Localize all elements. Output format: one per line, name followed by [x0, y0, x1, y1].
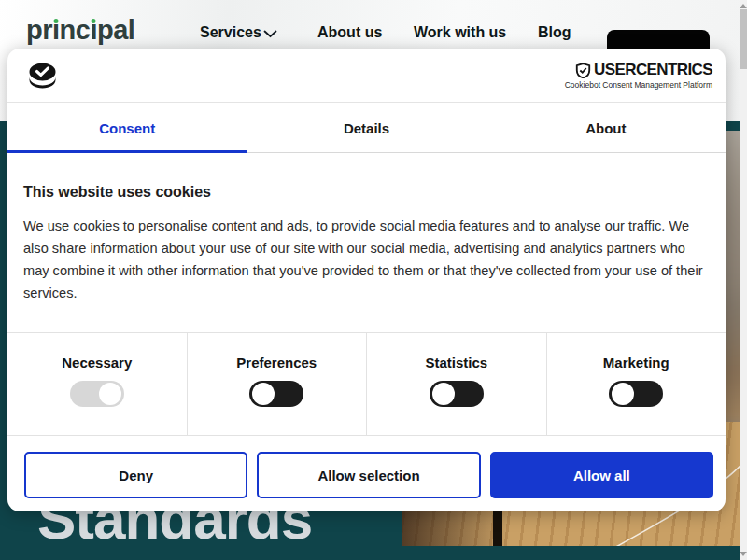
page: prıncıpal Services About us Work with us… — [0, 0, 747, 560]
consent-tab-content: This website uses cookies We use cookies… — [23, 184, 705, 304]
category-marketing: Marketing — [547, 333, 726, 435]
cookie-description: We use cookies to personalise content an… — [23, 215, 705, 304]
tab-consent[interactable]: Consent — [7, 104, 247, 152]
category-necessary: Necessary — [7, 333, 188, 435]
cookiebot-logo-icon — [28, 63, 57, 89]
consent-categories: Necessary Preferences Statistics Marketi… — [7, 332, 726, 436]
dialog-tabs: Consent Details About — [7, 104, 726, 153]
toggle-knob — [612, 383, 634, 405]
nav-item-blog[interactable]: Blog — [538, 24, 571, 41]
necessary-toggle[interactable] — [70, 381, 124, 407]
category-statistics: Statistics — [367, 333, 547, 435]
usercentrics-shield-icon — [575, 63, 591, 78]
scrollbar-up-arrow[interactable] — [740, 4, 747, 8]
usercentrics-logo-text: USERCENTRICS — [594, 61, 712, 79]
nav-item-about-us[interactable]: About us — [317, 24, 382, 41]
marketing-toggle[interactable] — [609, 381, 663, 407]
category-label: Preferences — [188, 355, 367, 371]
scrollbar-thumb[interactable] — [740, 9, 747, 69]
dialog-header: USERCENTRICS Cookiebot Consent Managemen… — [7, 49, 726, 103]
tab-about[interactable]: About — [486, 104, 726, 152]
statistics-toggle[interactable] — [430, 381, 484, 407]
deny-button[interactable]: Deny — [24, 452, 247, 498]
preferences-toggle[interactable] — [249, 381, 303, 407]
nav-item-work-with-us[interactable]: Work with us — [414, 24, 506, 41]
tab-details[interactable]: Details — [247, 104, 486, 152]
nav-item-services[interactable]: Services — [200, 24, 261, 41]
cookie-heading: This website uses cookies — [23, 184, 705, 201]
chevron-down-icon — [263, 30, 277, 38]
toggle-knob — [99, 383, 121, 405]
toggle-knob — [252, 383, 275, 405]
category-preferences: Preferences — [188, 333, 368, 435]
allow-selection-button[interactable]: Allow selection — [257, 452, 480, 498]
scrollbar[interactable] — [740, 0, 747, 560]
allow-all-button[interactable]: Allow all — [490, 452, 713, 498]
site-logo[interactable]: prıncıpal — [26, 15, 134, 46]
dialog-actions: Deny Allow selection Allow all — [24, 452, 713, 498]
scrollbar-down-arrow[interactable] — [740, 552, 747, 556]
category-label: Necessary — [7, 355, 187, 371]
usercentrics-brand: USERCENTRICS Cookiebot Consent Managemen… — [565, 61, 712, 90]
usercentrics-tagline: Cookiebot Consent Management Platform — [565, 80, 712, 90]
category-label: Statistics — [367, 355, 546, 371]
toggle-knob — [432, 383, 455, 405]
category-label: Marketing — [547, 355, 726, 371]
cookie-consent-dialog: USERCENTRICS Cookiebot Consent Managemen… — [7, 49, 726, 511]
